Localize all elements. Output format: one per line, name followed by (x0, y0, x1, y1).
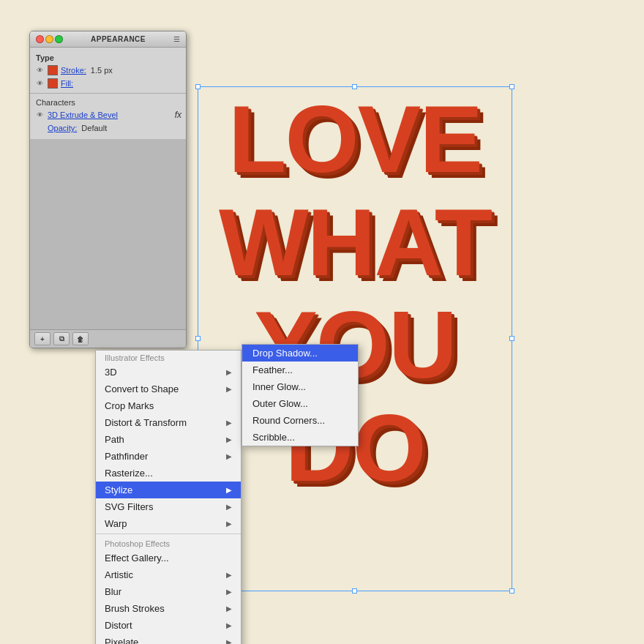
arrow-icon-blur: ▶ (226, 588, 232, 596)
fx-icon: fx (175, 110, 181, 120)
arrow-icon-3d: ▶ (226, 368, 232, 376)
arrow-icon-pixelate: ▶ (226, 638, 232, 644)
menu-item-warp[interactable]: Warp ▶ (96, 515, 241, 532)
panel-window-controls (36, 35, 63, 43)
arrow-icon-distort-ps: ▶ (226, 621, 232, 629)
arrow-icon-brush: ▶ (226, 604, 232, 613)
panel-body-upper: Type 👁 Stroke: 1.5 px 👁 Fill: Characters… (30, 48, 186, 139)
menu-item-distort[interactable]: Distort & Transform ▶ (96, 414, 241, 431)
submenu-round-corners[interactable]: Round Corners... (242, 412, 358, 429)
submenu-inner-glow[interactable]: Inner Glow... (242, 378, 358, 395)
menu-item-convert[interactable]: Convert to Shape ▶ (96, 381, 241, 397)
illustrator-effects-header: Illustrator Effects (96, 351, 241, 364)
opacity-value: Default (81, 124, 107, 132)
stroke-row: 👁 Stroke: 1.5 px (30, 64, 186, 77)
characters-label: Characters (30, 97, 186, 108)
submenu-feather[interactable]: Feather... (242, 362, 358, 378)
stylize-submenu: Drop Shadow... Feather... Inner Glow... … (242, 344, 359, 446)
menu-item-crop[interactable]: Crop Marks (96, 397, 241, 414)
submenu-outer-glow[interactable]: Outer Glow... (242, 395, 358, 412)
opacity-visibility-icon (34, 123, 45, 133)
panel-body-lower (30, 139, 186, 329)
effect-label[interactable]: 3D Extrude & Bevel (48, 111, 118, 119)
photoshop-effects-header: Photoshop Effects (96, 536, 241, 550)
menu-item-svg[interactable]: SVG Filters ▶ (96, 498, 241, 515)
context-menu: Illustrator Effects 3D ▶ Convert to Shap… (95, 350, 242, 644)
stroke-color-swatch[interactable] (48, 65, 58, 75)
menu-item-distort-ps[interactable]: Distort ▶ (96, 617, 241, 634)
minimize-button[interactable] (45, 35, 53, 43)
submenu-scribble[interactable]: Scribble... (242, 429, 358, 446)
appearance-panel: APPEARANCE ☰ Type 👁 Stroke: 1.5 px 👁 Fil… (29, 31, 187, 348)
menu-item-stylize[interactable]: Stylize ▶ (96, 482, 241, 498)
opacity-row: Opacity: Default (30, 121, 186, 135)
menu-item-3d[interactable]: 3D ▶ (96, 364, 241, 381)
stroke-value: 1.5 px (91, 66, 113, 75)
menu-item-effect-gallery[interactable]: Effect Gallery... (96, 550, 241, 566)
menu-separator-1 (96, 533, 241, 534)
submenu-drop-shadow[interactable]: Drop Shadow... (242, 345, 358, 362)
arrow-icon-pathfinder: ▶ (226, 452, 232, 460)
fill-color-swatch[interactable] (48, 78, 58, 89)
maximize-button[interactable] (55, 35, 63, 43)
effect-visibility-icon[interactable]: 👁 (34, 110, 45, 120)
stroke-visibility-icon[interactable]: 👁 (34, 65, 45, 75)
panel-menu-icon[interactable]: ☰ (173, 35, 180, 43)
arrow-icon-distort: ▶ (226, 419, 232, 427)
fill-row: 👁 Fill: (30, 77, 186, 90)
menu-item-pathfinder[interactable]: Pathfinder ▶ (96, 448, 241, 465)
duplicate-button[interactable]: ⧉ (53, 332, 70, 345)
menu-item-path[interactable]: Path ▶ (96, 431, 241, 448)
divider-1 (30, 93, 186, 94)
effect-row: 👁 3D Extrude & Bevel fx (30, 108, 186, 121)
arrow-icon-convert: ▶ (226, 385, 232, 393)
arrow-icon-stylize: ▶ (226, 486, 232, 494)
menu-item-pixelate[interactable]: Pixelate ▶ (96, 634, 241, 644)
menu-item-blur[interactable]: Blur ▶ (96, 583, 241, 600)
menu-item-rasterize[interactable]: Rasterize... (96, 465, 241, 482)
type-header: Type (30, 52, 186, 64)
arrow-icon-svg: ▶ (226, 503, 232, 511)
arrow-icon-warp: ▶ (226, 520, 232, 528)
add-new-button[interactable]: + (34, 332, 50, 345)
delete-button[interactable]: 🗑 (72, 332, 89, 345)
fill-label[interactable]: Fill: (61, 79, 73, 88)
arrow-icon-artistic: ▶ (226, 571, 232, 579)
menu-item-artistic[interactable]: Artistic ▶ (96, 566, 241, 583)
close-button[interactable] (36, 35, 44, 43)
panel-titlebar: APPEARANCE ☰ (30, 31, 186, 48)
arrow-icon-path: ▶ (226, 435, 232, 443)
panel-bottom-toolbar: + ⧉ 🗑 (30, 329, 186, 348)
menu-item-brush[interactable]: Brush Strokes ▶ (96, 600, 241, 617)
opacity-label[interactable]: Opacity: (48, 124, 77, 132)
fill-visibility-icon[interactable]: 👁 (34, 78, 45, 89)
stroke-label[interactable]: Stroke: (61, 66, 86, 75)
panel-title: APPEARANCE (91, 35, 146, 43)
